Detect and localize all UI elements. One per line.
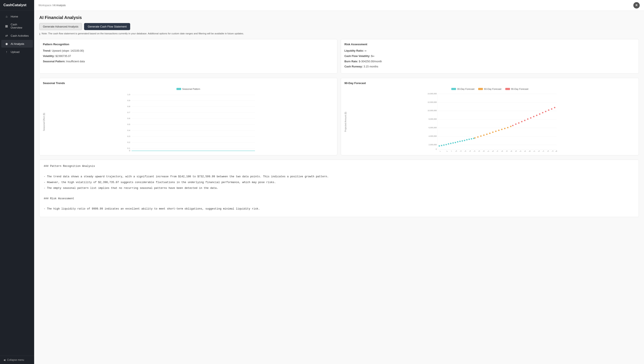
svg-text:0.2: 0.2 (128, 141, 130, 144)
svg-text:6,000,000: 6,000,000 (429, 126, 437, 129)
svg-point-53 (468, 139, 470, 140)
seasonal-label: Seasonal Pattern: (43, 60, 66, 63)
svg-point-74 (527, 118, 528, 120)
pattern-recognition-body: Trend: Upward (slope: 142100.00) Volatil… (43, 49, 334, 63)
trend-row: Trend: Upward (slope: 142100.00) (43, 49, 334, 53)
trend-value: Upward (slope: 142100.00) (52, 49, 84, 52)
analysis-line2: - However, the high volatility of $2,390… (44, 180, 634, 185)
sidebar-item-cash-overview[interactable]: ▦ Cash Overview (1, 21, 33, 31)
info-icon: ℹ (39, 32, 40, 36)
svg-text:Day 64: Day 64 (535, 150, 540, 152)
svg-point-49 (459, 140, 460, 142)
runway-row: Cash Runway: 3.15 months (344, 65, 635, 69)
volatility-label: Volatility: (43, 54, 55, 58)
risk-assessment-body: Liquidity Ratio: ∞ Cash Flow Volatility:… (344, 49, 635, 69)
svg-text:Day 31: Day 31 (484, 150, 490, 152)
generate-advanced-btn[interactable]: Generate Advanced Analysis (39, 23, 82, 30)
sidebar-label-cash-overview: Cash Overview (11, 23, 30, 29)
seasonal-chart-svg: 1.0 0.9 0.8 0.7 0.6 0.5 0.4 0.3 0.2 0.1 … (45, 92, 334, 152)
svg-text:8,000,000: 8,000,000 (429, 118, 437, 120)
svg-point-73 (524, 120, 525, 121)
cashflow-vol-label: Cash Flow Volatility: (344, 54, 370, 58)
analysis-line1: - The trend data shows a steady upward t… (44, 174, 634, 179)
svg-text:0.8: 0.8 (128, 105, 130, 108)
liquidity-row: Liquidity Ratio: ∞ (344, 49, 635, 53)
cashflow-vol-row: Cash Flow Volatility: $∞ (344, 54, 635, 58)
svg-point-81 (548, 110, 549, 111)
sidebar-item-home[interactable]: ⌂ Home (1, 12, 33, 20)
svg-text:0.3: 0.3 (128, 135, 130, 138)
svg-text:Day 43: Day 43 (503, 150, 508, 152)
breadcrumb: Workspace / AI Analysis (38, 4, 66, 7)
svg-point-54 (471, 138, 472, 139)
breadcrumb-workspace[interactable]: Workspace (38, 4, 51, 7)
svg-text:Day 49: Day 49 (512, 150, 517, 152)
sidebar-item-upload[interactable]: ↑ Upload (1, 48, 33, 56)
main-area: Workspace / AI Analysis R AI Financial A… (34, 0, 644, 364)
seasonal-value: Insufficient data (66, 60, 85, 63)
forecast-chart-area: Projected Amount ($) 14,000,000 12,000,0… (344, 92, 635, 152)
svg-point-71 (518, 122, 520, 124)
svg-point-72 (521, 121, 522, 122)
collapse-menu-button[interactable]: ◀ Collapse menu (0, 356, 34, 364)
sidebar-item-cash-activities[interactable]: ⇄ Cash Activities (1, 32, 33, 40)
collapse-icon: ◀ (4, 358, 5, 362)
svg-text:Day 46: Day 46 (508, 150, 512, 152)
svg-text:0.5: 0.5 (128, 123, 130, 126)
runway-value: 3.15 months (364, 65, 378, 68)
svg-text:14,000,000: 14,000,000 (428, 92, 437, 95)
grid-icon: ▦ (5, 24, 8, 28)
svg-point-48 (457, 141, 458, 142)
note-bar: ℹ Note: The cash flow statement is gener… (39, 32, 639, 36)
collapse-label: Collapse menu (7, 358, 24, 362)
svg-point-68 (510, 126, 511, 127)
svg-point-52 (466, 139, 468, 140)
pattern-recognition-card: Pattern Recognition Trend: Upward (slope… (39, 39, 337, 74)
svg-text:0.1: 0.1 (128, 147, 130, 149)
svg-text:Day 28: Day 28 (480, 150, 485, 152)
arrows-icon: ⇄ (5, 34, 8, 37)
svg-point-57 (477, 136, 478, 138)
burn-rate-label: Burn Rate: (344, 60, 358, 63)
user-avatar[interactable]: R (633, 2, 640, 8)
svg-text:Day 58: Day 58 (526, 150, 531, 152)
svg-point-51 (464, 140, 465, 141)
seasonal-trends-title: Seasonal Trends (43, 82, 334, 85)
sidebar-item-ai-analysis[interactable]: ◉ AI Analysis (1, 40, 33, 48)
svg-text:Day 1: Day 1 (437, 150, 441, 152)
risk-assessment-card: Risk Assessment Liquidity Ratio: ∞ Cash … (341, 39, 639, 74)
svg-text:1.0: 1.0 (128, 93, 130, 96)
forecast-60-label: 60-Day Forecast (484, 88, 501, 90)
svg-point-67 (507, 127, 508, 128)
burn-rate-value: $-304250.00/month (359, 60, 382, 63)
svg-text:Day 37: Day 37 (494, 150, 499, 152)
burn-rate-row: Burn Rate: $-304250.00/month (344, 60, 635, 64)
svg-point-42 (443, 144, 444, 146)
svg-point-46 (452, 142, 454, 144)
forecast-30-swatch (451, 88, 456, 90)
svg-point-43 (446, 144, 447, 145)
svg-point-47 (455, 142, 456, 143)
seasonal-row: Seasonal Pattern: Insufficient data (43, 60, 334, 64)
seasonal-swatch (176, 88, 181, 90)
svg-point-82 (551, 108, 552, 110)
forecast-90-swatch (505, 88, 510, 90)
breadcrumb-current: AI Analysis (53, 4, 66, 7)
analysis-line3: - The empty seasonal pattern list implie… (44, 186, 634, 190)
svg-point-60 (486, 134, 487, 135)
generate-cashflow-btn[interactable]: Generate Cash Flow Statement (84, 23, 130, 30)
svg-text:10,000,000: 10,000,000 (428, 110, 437, 112)
sidebar-nav: ⌂ Home ▦ Cash Overview ⇄ Cash Activities… (0, 10, 34, 356)
svg-text:Day 25: Day 25 (476, 150, 480, 152)
svg-text:Day 61: Day 61 (531, 150, 536, 152)
svg-point-64 (498, 130, 499, 131)
runway-label: Cash Runway: (344, 65, 363, 68)
svg-text:Day 55: Day 55 (522, 150, 526, 152)
svg-text:0.6: 0.6 (128, 117, 130, 120)
svg-text:Day 7: Day 7 (448, 150, 452, 152)
analysis-line4: - The high liquidity ratio of 9999.99 in… (44, 207, 634, 211)
sidebar: CashCatalyst ⌂ Home ▦ Cash Overview ⇄ Ca… (0, 0, 34, 364)
forecast-90-title: 90-Day Forecast (344, 82, 635, 85)
svg-point-45 (450, 143, 451, 144)
svg-point-65 (501, 129, 502, 130)
